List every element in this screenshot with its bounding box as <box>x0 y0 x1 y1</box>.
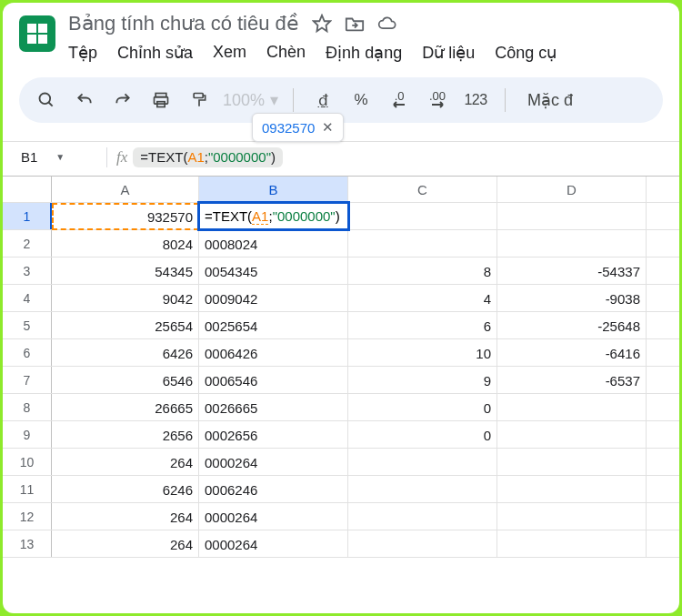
cell[interactable] <box>348 203 497 230</box>
cell[interactable] <box>497 230 647 258</box>
column-header-D[interactable]: D <box>497 177 647 202</box>
cell[interactable] <box>497 503 647 530</box>
cell[interactable]: 4 <box>348 285 497 312</box>
cell[interactable]: 54345 <box>52 258 199 285</box>
cell[interactable]: 8024 <box>52 230 199 258</box>
row-header[interactable]: 1 <box>3 203 52 229</box>
doc-title[interactable]: Bảng tính chưa có tiêu đề <box>68 12 299 35</box>
zoom-select[interactable]: 100% ▾ <box>223 90 278 110</box>
search-icon[interactable] <box>32 86 61 115</box>
cloud-status-icon[interactable] <box>377 14 397 34</box>
percent-button[interactable]: % <box>346 86 376 115</box>
row-header[interactable]: 8 <box>3 394 52 420</box>
sheets-logo[interactable] <box>19 15 55 52</box>
cell[interactable]: 264 <box>52 449 199 476</box>
cell[interactable] <box>348 530 497 558</box>
menu-format[interactable]: Định dạng <box>326 41 402 65</box>
cell[interactable]: 9042 <box>52 285 199 312</box>
cell[interactable]: -25648 <box>497 312 647 339</box>
cell[interactable]: 0008024 <box>199 230 348 258</box>
row-header[interactable]: 2 <box>3 230 52 257</box>
row-header[interactable]: 9 <box>3 421 52 448</box>
cell[interactable] <box>497 449 647 476</box>
row-header[interactable]: 10 <box>3 449 52 475</box>
cell[interactable] <box>348 449 497 476</box>
more-formats-button[interactable]: 123 <box>461 86 490 115</box>
cell[interactable] <box>348 476 497 503</box>
row-header[interactable]: 5 <box>3 312 52 338</box>
cell[interactable]: 0000264 <box>199 449 348 476</box>
cell[interactable] <box>348 503 497 530</box>
cell[interactable]: 9 <box>348 367 497 394</box>
row-header[interactable]: 7 <box>3 367 52 393</box>
menu-insert[interactable]: Chèn <box>266 41 306 65</box>
menu-edit[interactable]: Chỉnh sửa <box>117 41 193 65</box>
cell[interactable]: 0025654 <box>199 312 348 339</box>
cell[interactable]: 0000264 <box>199 530 348 558</box>
currency-button[interactable]: ₫ <box>308 86 337 115</box>
cell[interactable]: 264 <box>52 530 199 558</box>
cell[interactable]: 0026665 <box>199 394 348 421</box>
fx-icon[interactable]: fx <box>116 148 127 167</box>
cell[interactable]: 0 <box>348 421 497 449</box>
increase-decimals-button[interactable]: .00 <box>423 86 452 115</box>
redo-icon[interactable] <box>108 86 137 115</box>
cell[interactable]: 6426 <box>52 339 199 367</box>
select-all-corner[interactable] <box>3 177 52 202</box>
name-box[interactable]: B1 ▼ <box>10 149 101 165</box>
cell[interactable]: -6537 <box>497 367 647 394</box>
cell[interactable]: 6546 <box>52 367 199 394</box>
cell[interactable]: 10 <box>348 339 497 367</box>
column-header-C[interactable]: C <box>348 177 497 202</box>
formula-bar[interactable]: =TEXT(A1;"0000000") <box>133 147 283 167</box>
menu-view[interactable]: Xem <box>213 41 246 65</box>
column-header-A[interactable]: A <box>52 177 199 202</box>
cell[interactable]: 0 <box>348 394 497 421</box>
cell[interactable]: 0006246 <box>199 476 348 503</box>
column-header-B[interactable]: B <box>199 177 348 202</box>
cell[interactable]: 0006426 <box>199 339 348 367</box>
cell[interactable]: 0009042 <box>199 285 348 312</box>
row-header[interactable]: 3 <box>3 258 52 284</box>
cell[interactable]: -6416 <box>497 339 647 367</box>
spreadsheet-grid[interactable]: A B C D 1932570=TEXT(A1;"0000000")280240… <box>3 176 679 558</box>
cell[interactable]: 0000264 <box>199 503 348 530</box>
cell[interactable]: -9038 <box>497 285 647 312</box>
cell[interactable]: -54337 <box>497 258 647 285</box>
row-header[interactable]: 11 <box>3 476 52 502</box>
move-to-folder-icon[interactable] <box>345 14 365 34</box>
cell[interactable] <box>497 421 647 449</box>
row-header[interactable]: 12 <box>3 503 52 530</box>
menu-tools[interactable]: Công cụ <box>495 41 557 65</box>
cell[interactable] <box>497 203 647 230</box>
undo-icon[interactable] <box>70 86 99 115</box>
decrease-decimals-button[interactable]: .0 <box>385 86 414 115</box>
cell[interactable] <box>497 530 647 558</box>
cell[interactable]: 26665 <box>52 394 199 421</box>
paint-format-icon[interactable] <box>185 86 214 115</box>
cell[interactable]: 0006546 <box>199 367 348 394</box>
cell[interactable]: 2656 <box>52 421 199 449</box>
menu-data[interactable]: Dữ liệu <box>422 41 475 65</box>
cell[interactable]: 264 <box>52 503 199 530</box>
cell[interactable] <box>497 476 647 503</box>
cell[interactable]: 0002656 <box>199 421 348 449</box>
font-select[interactable]: Mặc đ <box>527 90 573 110</box>
table-row: 132640000264 <box>3 530 679 558</box>
star-icon[interactable] <box>312 14 332 34</box>
cell[interactable]: 8 <box>348 258 497 285</box>
active-cell-editor[interactable]: =TEXT(A1;"0000000") <box>199 203 348 229</box>
menu-file[interactable]: Tệp <box>68 41 97 65</box>
cell[interactable]: 6 <box>348 312 497 339</box>
print-icon[interactable] <box>146 86 176 115</box>
cell[interactable] <box>497 394 647 421</box>
cell[interactable]: 25654 <box>52 312 199 339</box>
close-icon[interactable]: ✕ <box>322 119 334 136</box>
row-header[interactable]: 13 <box>3 530 52 557</box>
cell[interactable]: 0054345 <box>199 258 348 285</box>
cell[interactable] <box>348 230 497 258</box>
cell[interactable]: 932570 <box>52 203 199 230</box>
row-header[interactable]: 6 <box>3 339 52 366</box>
cell[interactable]: 6246 <box>52 476 199 503</box>
row-header[interactable]: 4 <box>3 285 52 311</box>
